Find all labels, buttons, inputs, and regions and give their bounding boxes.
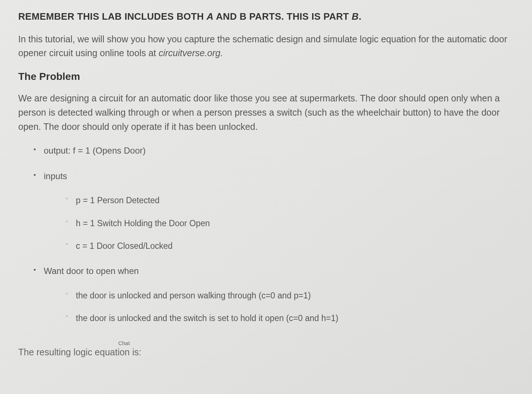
chat-label[interactable]: Chat [113, 340, 135, 346]
heading-mid: AND B PARTS. THIS IS PART [216, 11, 352, 22]
list-item-want-label: Want door to open when [44, 266, 139, 276]
inputs-sublist: p = 1 Person Detected h = 1 Switch Holdi… [44, 194, 514, 252]
want-condition-1: the door is unlocked and person walking … [76, 290, 514, 301]
heading-italic-a: A [207, 11, 216, 22]
input-c: c = 1 Door Closed/Locked [76, 240, 514, 252]
heading-italic-b: B [352, 11, 359, 22]
want-sublist: the door is unlocked and person walking … [44, 290, 514, 324]
lab-reminder-heading: REMEMBER THIS LAB INCLUDES BOTH A AND B … [18, 11, 514, 22]
problem-description: We are designing a circuit for an automa… [18, 91, 514, 134]
list-item-output: output: f = 1 (Opens Door) [44, 144, 514, 157]
resulting-equation-text: The resulting logic equation is: [18, 347, 514, 358]
intro-site-link: circuitverse.org. [159, 48, 223, 58]
heading-suffix: . [359, 11, 362, 22]
section-heading-problem: The Problem [18, 71, 514, 82]
spec-list: output: f = 1 (Opens Door) inputs p = 1 … [18, 144, 514, 324]
list-item-inputs: inputs p = 1 Person Detected h = 1 Switc… [44, 170, 514, 252]
heading-prefix: REMEMBER THIS LAB INCLUDES BOTH [18, 11, 207, 22]
input-p: p = 1 Person Detected [76, 194, 514, 206]
want-condition-2: the door is unlocked and the switch is s… [76, 312, 514, 324]
list-item-want: Want door to open when the door is unloc… [44, 265, 514, 324]
input-h: h = 1 Switch Holding the Door Open [76, 217, 514, 229]
intro-text: In this tutorial, we will show you how y… [18, 34, 507, 58]
list-item-inputs-label: inputs [44, 171, 67, 181]
intro-paragraph: In this tutorial, we will show you how y… [18, 32, 514, 60]
